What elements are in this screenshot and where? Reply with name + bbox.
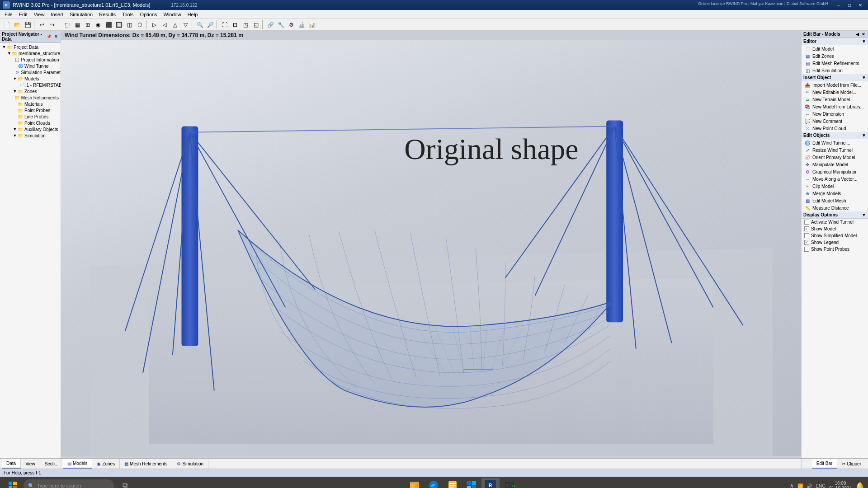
tb-btn5[interactable]: ⬛ [104, 20, 113, 30]
taskbar-app-rwind[interactable]: R [481, 478, 500, 488]
sidebar-close[interactable]: ✕ [53, 34, 59, 39]
show-point-probes-item[interactable]: Show Point Probes [802, 246, 868, 253]
display-options-section-header[interactable]: Display Options ▼ [802, 211, 868, 219]
taskbar-app-edge[interactable] [425, 478, 443, 488]
tb-btn12[interactable]: ▽ [180, 20, 190, 30]
tb-btn22[interactable]: 🔬 [297, 20, 307, 30]
maximize-button[interactable]: □ [844, 1, 854, 9]
taskbar-search[interactable]: 🔍 Type here to search [24, 479, 114, 488]
expand-membrane[interactable]: ▼ [7, 51, 11, 56]
tb-btn3[interactable]: ⊞ [83, 20, 93, 30]
tb-btn18[interactable]: ◱ [251, 20, 261, 30]
edit-wind-tunnel-item[interactable]: 🌀 Edit Wind Tunnel... [802, 139, 868, 146]
tb-btn2[interactable]: ▦ [72, 20, 82, 30]
merge-models-item[interactable]: ⊕ Merge Models [802, 190, 868, 197]
menu-edit[interactable]: Edit [16, 11, 30, 18]
tree-project-info[interactable]: 📋 Project Information [0, 56, 61, 63]
tree-point-probes[interactable]: 📁 Point Probes [0, 107, 61, 113]
show-point-probes-checkbox[interactable] [804, 247, 809, 252]
tb-btn14[interactable]: 🔎 [205, 20, 215, 30]
tree-project-data[interactable]: ▼ 📁 Project Data [0, 44, 61, 50]
tb-undo[interactable]: ↩ [37, 20, 47, 30]
tree-simulation[interactable]: ▼ 📁 Simulation [0, 132, 61, 139]
new-library-item[interactable]: 📚 New Model from Library... [802, 103, 868, 110]
activate-wind-tunnel-item[interactable]: Activate Wind Tunnel [802, 219, 868, 225]
edit-model-item[interactable]: ⬚ Edit Model [802, 45, 868, 52]
menu-tools[interactable]: Tools [119, 11, 137, 18]
new-editable-item[interactable]: ✏ New Editable Model... [802, 89, 868, 96]
menu-insert[interactable]: Insert [48, 11, 66, 18]
tb-btn11[interactable]: △ [170, 20, 180, 30]
tb-btn13[interactable]: 🔍 [195, 20, 205, 30]
tb-btn20[interactable]: 🔧 [276, 20, 286, 30]
tb-btn6[interactable]: 🔲 [114, 20, 124, 30]
tree-membrane[interactable]: ▼ 📁 membrane_structure1 [0, 50, 61, 56]
tb-btn23[interactable]: 📊 [307, 20, 317, 30]
show-simplified-checkbox[interactable] [804, 233, 809, 238]
show-simplified-item[interactable]: Show Simplified Model [802, 232, 868, 239]
close-button[interactable]: ✕ [855, 1, 865, 9]
model-tab-simulation[interactable]: ⚙ Simulation [172, 459, 208, 469]
show-legend-checkbox[interactable] [804, 240, 809, 245]
move-vector-item[interactable]: → Move Along a Vector... [802, 175, 868, 183]
taskbar-app-terminal[interactable]: C:\>_ [500, 478, 519, 488]
tb-btn4[interactable]: ◉ [93, 20, 103, 30]
show-model-checkbox[interactable] [804, 226, 809, 231]
minimize-button[interactable]: ─ [834, 1, 844, 9]
edit-zones-item[interactable]: ▦ Edit Zones [802, 52, 868, 60]
view-tab-section[interactable]: Secti... [40, 459, 64, 469]
edit-objects-section-header[interactable]: Edit Objects ▼ [802, 132, 868, 139]
activate-wind-tunnel-checkbox[interactable] [804, 220, 809, 225]
tb-btn16[interactable]: ⊡ [230, 20, 240, 30]
tree-mesh-ref[interactable]: 📁 Mesh Refinements [0, 94, 61, 101]
show-legend-item[interactable]: Show Legend [802, 239, 868, 246]
new-comment-item[interactable]: 💬 New Comment [802, 117, 868, 125]
model-tab-zones[interactable]: ◉ Zones [92, 459, 120, 469]
resize-wind-tunnel-item[interactable]: ⤢ Resize Wind Tunnel [802, 146, 868, 154]
taskbar-app-store[interactable] [462, 478, 481, 488]
tree-line-probes[interactable]: 📁 Line Probes [0, 113, 61, 120]
menu-view[interactable]: View [31, 11, 47, 18]
taskbar-app-explorer[interactable] [406, 478, 424, 488]
new-point-cloud-item[interactable]: ⁙ New Point Cloud [802, 125, 868, 132]
tb-btn15[interactable]: ⛶ [220, 20, 230, 30]
graphical-manipulator-item[interactable]: ⚙ Graphical Manipulator [802, 168, 868, 175]
tree-auxiliary[interactable]: ▼ 📁 Auxiliary Objects [0, 126, 61, 132]
tree-point-clouds[interactable]: 📁 Point Clouds [0, 120, 61, 126]
menu-file[interactable]: File [2, 11, 15, 18]
tree-materials[interactable]: 📁 Materials [0, 101, 61, 107]
tb-btn8[interactable]: ⬡ [135, 20, 145, 30]
view-tab-view[interactable]: View [21, 459, 40, 469]
menu-window[interactable]: Window [161, 11, 184, 18]
tb-btn17[interactable]: ◳ [241, 20, 250, 30]
tb-new[interactable]: 📄 [2, 20, 12, 30]
right-panel-close[interactable]: ✕ [861, 32, 866, 37]
measure-distance-item[interactable]: 📏 Measure Distance [802, 204, 868, 211]
new-dimension-item[interactable]: ↔ New Dimension [802, 110, 868, 117]
right-tab-clipper[interactable]: ✂ Clipper [837, 459, 866, 469]
new-terrain-item[interactable]: ⛰ New Terrain Model... [802, 96, 868, 103]
model-tab-mesh[interactable]: ▦ Mesh Refinements [120, 459, 172, 469]
clip-model-item[interactable]: ✂ Clip Model [802, 183, 868, 190]
expand-auxiliary[interactable]: ▼ [13, 127, 17, 131]
expand-zones[interactable]: ▼ [13, 89, 17, 94]
menu-simulation[interactable]: Simulation [67, 11, 95, 18]
expand-models[interactable]: ▼ [13, 76, 17, 81]
taskbar-app-files[interactable] [443, 478, 462, 488]
expand-project[interactable]: ▼ [2, 45, 6, 49]
tb-btn10[interactable]: ◁ [160, 20, 170, 30]
tb-btn19[interactable]: 🔗 [265, 20, 275, 30]
menu-help[interactable]: Help [185, 11, 201, 18]
sidebar-pin[interactable]: 📌 [46, 34, 52, 39]
taskbar-clock[interactable]: 16:09 01.10.2024 [829, 481, 852, 488]
tb-redo[interactable]: ↪ [47, 20, 57, 30]
edit-mesh-item[interactable]: ▤ Edit Mesh Refinements [802, 60, 868, 67]
notification-icon[interactable]: 🔔 [855, 482, 864, 488]
tb-save[interactable]: 💾 [23, 20, 33, 30]
edit-model-mesh-item[interactable]: ▩ Edit Model Mesh [802, 197, 868, 204]
tree-rfem-model[interactable]: 📄 1 - RFEM/RSTAB Mo [0, 82, 61, 88]
menu-options[interactable]: Options [137, 11, 160, 18]
editor-section-header[interactable]: Editor ▼ [802, 38, 868, 45]
manipulate-model-item[interactable]: ✥ Manipulate Model [802, 161, 868, 168]
edit-sim-item[interactable]: ◫ Edit Simulation [802, 67, 868, 74]
